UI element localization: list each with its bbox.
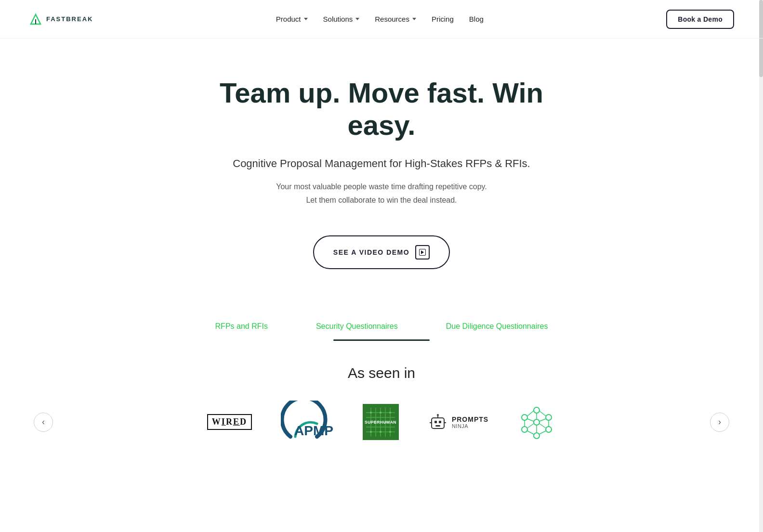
tab-rfps[interactable]: RFPs and RFIs (215, 322, 268, 336)
superhuman-box: SUPERHUMAN (363, 404, 399, 440)
nav-link-blog[interactable]: Blog (469, 15, 484, 23)
svg-line-39 (539, 411, 546, 416)
svg-point-16 (389, 412, 391, 414)
logo-prompts-ninja: Prompts NINJA (428, 412, 488, 432)
tabs-section: RFPs and RFIs Security Questionnaires Du… (0, 298, 763, 336)
svg-line-44 (527, 431, 534, 434)
nav-link-solutions[interactable]: Solutions (323, 15, 360, 23)
svg-line-43 (539, 431, 546, 434)
prompts-ninja-container: Prompts NINJA (428, 412, 488, 432)
prompts-ninja-text: Prompts NINJA (452, 415, 488, 429)
as-seen-in-title: As seen in (19, 365, 744, 381)
svg-point-31 (534, 407, 539, 413)
tabs-underline-container (0, 336, 763, 341)
svg-point-21 (389, 431, 391, 433)
hero-title: Team up. Move fast. Win easy. (184, 77, 579, 141)
svg-point-20 (380, 431, 382, 433)
nav-item-pricing[interactable]: Pricing (432, 15, 454, 23)
svg-line-46 (527, 411, 534, 416)
superhuman-svg: SUPERHUMAN (364, 405, 397, 439)
logo-icon (29, 13, 42, 26)
nav-link-product[interactable]: Product (276, 15, 308, 23)
svg-line-48 (527, 419, 534, 421)
apmp-logo-svg: APMP (281, 401, 334, 444)
scrollbar[interactable] (759, 0, 763, 458)
nav-links: Product Solutions Resources Pricing Blog (276, 15, 484, 23)
svg-point-14 (370, 412, 372, 414)
svg-rect-23 (432, 418, 444, 428)
svg-point-28 (437, 414, 439, 416)
navbar: FASTBREAK Product Solutions Resources Pr… (0, 0, 763, 39)
hero-subtitle: Cognitive Proposal Management for High-S… (184, 156, 579, 171)
svg-point-36 (522, 415, 527, 420)
carousel-left-arrow[interactable]: ‹ (34, 413, 53, 432)
nav-item-product[interactable]: Product (276, 15, 308, 23)
tab-active-underline (333, 339, 430, 341)
nav-item-solutions[interactable]: Solutions (323, 15, 360, 23)
as-seen-in-section: As seen in ‹ WIRED APMP (0, 341, 763, 458)
logo-react-network (517, 403, 556, 441)
svg-rect-24 (434, 421, 437, 423)
svg-text:APMP: APMP (294, 423, 333, 438)
svg-point-33 (546, 427, 552, 432)
logos-wrapper: WIRED APMP (48, 401, 715, 444)
svg-point-37 (534, 419, 539, 425)
svg-point-35 (522, 427, 527, 432)
nav-link-resources[interactable]: Resources (375, 15, 416, 23)
chevron-down-icon (412, 18, 416, 20)
svg-line-42 (539, 424, 546, 428)
chevron-down-icon (304, 18, 308, 20)
svg-line-40 (539, 419, 546, 421)
nav-item-blog[interactable]: Blog (469, 15, 484, 23)
svg-rect-25 (439, 421, 441, 423)
svg-line-47 (527, 424, 534, 428)
logo-apmp: APMP (281, 401, 334, 444)
wired-logo-text: WIRED (207, 414, 252, 430)
svg-point-19 (370, 431, 372, 433)
svg-rect-26 (435, 425, 440, 427)
tab-security[interactable]: Security Questionnaires (316, 322, 398, 336)
logo-text: FASTBREAK (46, 15, 93, 23)
book-demo-button[interactable]: Book a Demo (666, 10, 734, 29)
logo-wired: WIRED (207, 414, 252, 430)
nav-link-pricing[interactable]: Pricing (432, 15, 454, 23)
svg-point-34 (534, 433, 539, 439)
svg-point-15 (380, 412, 382, 414)
tab-due-diligence[interactable]: Due Diligence Questionnaires (446, 322, 548, 336)
video-demo-button[interactable]: SEE A VIDEO DEMO (313, 235, 450, 269)
hero-section: Team up. Move fast. Win easy. Cognitive … (165, 39, 598, 288)
carousel-right-arrow[interactable]: › (710, 413, 729, 432)
nav-item-resources[interactable]: Resources (375, 15, 416, 23)
logo-superhuman: SUPERHUMAN (363, 404, 399, 440)
play-icon-inner (419, 249, 426, 256)
logos-carousel: ‹ WIRED APMP (19, 401, 744, 444)
logo-link[interactable]: FASTBREAK (29, 13, 93, 26)
react-network-svg (517, 403, 556, 441)
hero-description: Your most valuable people waste time dra… (184, 180, 579, 206)
prompts-ninja-icon-svg (428, 412, 448, 432)
chevron-down-icon (355, 18, 359, 20)
svg-point-32 (546, 415, 552, 420)
svg-text:SUPERHUMAN: SUPERHUMAN (365, 420, 396, 425)
play-icon (415, 245, 430, 260)
